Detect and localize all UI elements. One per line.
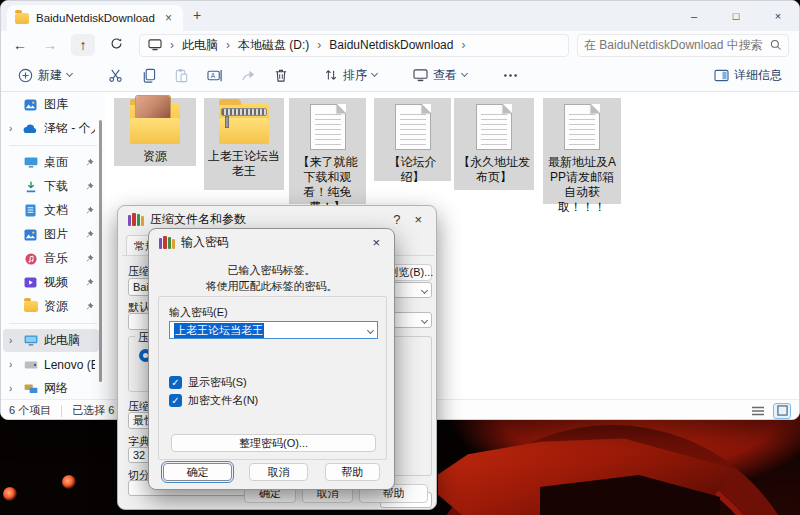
dialog-title: 输入密码 <box>181 234 362 251</box>
sidebar-item-label: 下载 <box>44 178 79 195</box>
share-button[interactable] <box>234 64 263 87</box>
close-button[interactable]: × <box>757 1 799 31</box>
sidebar-item-network[interactable]: › 网络 <box>3 377 99 399</box>
sidebar-separator <box>9 323 97 324</box>
rename-button[interactable]: A <box>200 64 230 87</box>
status-divider <box>61 405 62 417</box>
breadcrumb-current-folder[interactable]: BaiduNetdiskDownload <box>329 38 453 52</box>
chevron-down-icon <box>421 286 428 293</box>
breadcrumb-this-pc[interactable]: 此电脑 <box>182 37 218 54</box>
encrypt-filenames-checkbox[interactable]: ✓ 加密文件名(N) <box>169 393 258 408</box>
close-icon[interactable]: × <box>368 235 384 250</box>
browse-button[interactable]: 浏览(B)... <box>389 264 432 281</box>
this-pc-icon <box>23 334 38 347</box>
command-toolbar: 新建 A 排序 查看 <box>1 59 799 92</box>
search-input[interactable]: 在 BaiduNetdiskDownload 中搜索 <box>577 34 789 57</box>
file-item-text-doc[interactable]: 【来了就能下载和观看！纯免费！】 <box>289 98 366 204</box>
sidebar-item-desktop[interactable]: 桌面 <box>3 151 99 174</box>
chevron-right-icon[interactable]: › <box>9 123 17 134</box>
sidebar-item-this-pc[interactable]: › 此电脑 <box>3 329 99 352</box>
pin-icon <box>85 204 95 218</box>
sidebar-item-videos[interactable]: 视频 <box>3 271 99 294</box>
sidebar-item-music[interactable]: 音乐 <box>3 247 99 270</box>
organize-passwords-label: 整理密码(O)... <box>239 436 308 451</box>
password-input[interactable]: 上老王论坛当老王 <box>169 321 378 339</box>
up-button[interactable]: ↑ <box>71 34 95 56</box>
sidebar-scrollbar[interactable] <box>99 120 102 382</box>
cancel-button[interactable]: 取消 <box>249 463 307 481</box>
sort-button[interactable]: 排序 <box>317 63 384 88</box>
documents-icon <box>23 204 38 217</box>
update-mode-dropdown[interactable] <box>389 282 432 298</box>
file-item-text-doc[interactable]: 【永久地址发布页】 <box>454 98 534 190</box>
close-icon[interactable]: × <box>410 212 426 227</box>
file-name: 【论坛介绍】 <box>377 155 448 185</box>
file-item-zip-folder[interactable]: 上老王论坛当老王 <box>204 98 284 190</box>
network-icon <box>23 382 38 395</box>
sidebar-item-downloads[interactable]: 下载 <box>3 175 99 198</box>
breadcrumb-drive-d[interactable]: 本地磁盘 (D:) <box>238 37 309 54</box>
sidebar-item-pictures[interactable]: 图片 <box>3 223 99 246</box>
cut-button[interactable] <box>101 64 130 87</box>
chevron-right-icon[interactable]: › <box>9 359 17 370</box>
options-dropdown[interactable] <box>389 312 432 328</box>
chevron-down-icon[interactable] <box>367 326 374 333</box>
wallpaper-glow-dot <box>3 487 17 501</box>
more-options-button[interactable] <box>496 65 525 86</box>
details-pane-label: 详细信息 <box>734 67 782 84</box>
forward-button[interactable]: → <box>35 37 65 53</box>
file-name: 资源 <box>117 149 193 164</box>
sidebar-item-ziyuan-folder[interactable]: 资源 <box>3 295 99 318</box>
sidebar-item-gallery[interactable]: 图库 <box>3 93 99 116</box>
explorer-tab-active[interactable]: BaiduNetdiskDownload × <box>7 5 183 31</box>
back-button[interactable]: ← <box>5 37 35 53</box>
new-tab-button[interactable]: + <box>193 7 201 23</box>
sidebar-item-onedrive[interactable]: › 泽铭 - 个人 <box>3 117 99 140</box>
sidebar-item-lenovo-e[interactable]: › Lenovo (E:) <box>3 353 99 376</box>
copy-button[interactable] <box>134 64 163 87</box>
trash-icon <box>274 68 288 83</box>
sidebar-item-label: 资源 <box>44 298 79 315</box>
search-icon <box>770 39 782 51</box>
file-item-folder-ziyuan[interactable]: 资源 <box>114 98 196 166</box>
file-name: 上老王论坛当老王 <box>207 149 281 179</box>
enter-password-dialog: 输入密码 × 已输入密码标签。 将使用匹配此标签的密码。 输入密码(E) 上老王… <box>148 228 395 490</box>
rename-icon: A <box>207 68 223 83</box>
ok-button[interactable]: 确定 <box>163 463 232 481</box>
file-item-text-doc[interactable]: 最新地址及APP请发邮箱自动获取！！！ <box>543 98 621 204</box>
organize-passwords-button[interactable]: 整理密码(O)... <box>171 434 376 452</box>
breadcrumb-chevron-icon: › <box>170 38 174 52</box>
breadcrumb: › 此电脑 › 本地磁盘 (D:) › BaiduNetdiskDownload… <box>139 34 569 57</box>
chevron-right-icon[interactable]: › <box>9 383 17 394</box>
help-icon[interactable]: ? <box>389 212 404 227</box>
details-view-toggle[interactable] <box>749 403 767 419</box>
chevron-right-icon[interactable]: › <box>9 335 17 346</box>
sidebar-separator <box>9 145 97 146</box>
breadcrumb-chevron-icon: › <box>317 38 321 52</box>
help-button[interactable]: 帮助 <box>325 463 380 481</box>
minimize-button[interactable]: – <box>673 1 715 31</box>
refresh-button[interactable] <box>101 37 131 53</box>
search-placeholder: 在 BaiduNetdiskDownload 中搜索 <box>584 37 764 54</box>
delete-button[interactable] <box>267 64 295 87</box>
maximize-button[interactable]: □ <box>715 1 757 31</box>
list-view-icon <box>752 406 764 416</box>
folder-icon <box>23 300 38 313</box>
paste-button[interactable] <box>167 64 196 87</box>
view-button[interactable]: 查看 <box>406 63 474 88</box>
new-button[interactable]: 新建 <box>11 63 79 88</box>
dialog-title-bar: 输入密码 × <box>149 229 394 256</box>
file-item-text-doc[interactable]: 【论坛介绍】 <box>374 98 451 181</box>
sidebar-item-label: 桌面 <box>44 154 79 171</box>
dialog-button-row: 确定 取消 帮助 <box>149 463 394 481</box>
password-selected-text: 上老王论坛当老王 <box>174 323 264 338</box>
tab-close-icon[interactable]: × <box>162 11 175 25</box>
file-name: 【永久地址发布页】 <box>457 155 531 185</box>
icons-view-toggle[interactable] <box>773 403 791 419</box>
details-pane-button[interactable]: 详细信息 <box>707 63 789 88</box>
sidebar-item-documents[interactable]: 文档 <box>3 199 99 222</box>
show-password-checkbox[interactable]: ✓ 显示密码(S) <box>169 375 247 390</box>
encrypt-filenames-label: 加密文件名(N) <box>188 393 258 408</box>
sidebar-item-label: 此电脑 <box>44 332 95 349</box>
show-password-label: 显示密码(S) <box>188 375 247 390</box>
